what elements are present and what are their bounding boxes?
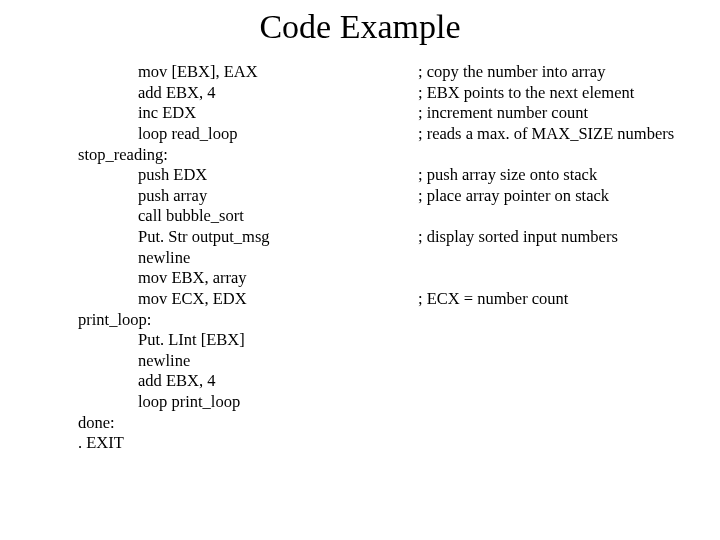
code-comment: ; push array size onto stack	[418, 165, 597, 186]
code-line: inc EDX; increment number count	[78, 103, 674, 124]
slide: Code Example mov [EBX], EAX; copy the nu…	[0, 0, 720, 540]
code-comment: ; EBX points to the next element	[418, 83, 634, 104]
code-line: mov EBX, array	[78, 268, 674, 289]
code-instruction: push array	[78, 186, 418, 207]
code-line: call bubble_sort	[78, 206, 674, 227]
code-line: print_loop:	[78, 310, 674, 331]
code-line: done:	[78, 413, 674, 434]
code-line: loop read_loop; reads a max. of MAX_SIZE…	[78, 124, 674, 145]
code-instruction: inc EDX	[78, 103, 418, 124]
code-instruction: push EDX	[78, 165, 418, 186]
code-comment: ; increment number count	[418, 103, 588, 124]
code-comment: ; ECX = number count	[418, 289, 568, 310]
code-instruction: mov ECX, EDX	[78, 289, 418, 310]
code-line: mov ECX, EDX; ECX = number count	[78, 289, 674, 310]
code-instruction: loop print_loop	[78, 392, 418, 413]
code-line: push EDX; push array size onto stack	[78, 165, 674, 186]
code-instruction: mov [EBX], EAX	[78, 62, 418, 83]
code-line: mov [EBX], EAX; copy the number into arr…	[78, 62, 674, 83]
code-comment: ; copy the number into array	[418, 62, 605, 83]
code-line: Put. Str output_msg; display sorted inpu…	[78, 227, 674, 248]
code-instruction: loop read_loop	[78, 124, 418, 145]
code-instruction: Put. Str output_msg	[78, 227, 418, 248]
code-instruction: call bubble_sort	[78, 206, 418, 227]
code-block: mov [EBX], EAX; copy the number into arr…	[78, 62, 674, 454]
code-instruction: print_loop:	[78, 310, 358, 331]
code-comment: ; display sorted input numbers	[418, 227, 618, 248]
code-line: newline	[78, 351, 674, 372]
code-line: stop_reading:	[78, 145, 674, 166]
code-line: push array; place array pointer on stack	[78, 186, 674, 207]
code-line: loop print_loop	[78, 392, 674, 413]
code-instruction: add EBX, 4	[78, 371, 418, 392]
code-instruction: Put. LInt [EBX]	[78, 330, 418, 351]
code-line: add EBX, 4	[78, 371, 674, 392]
code-line: Put. LInt [EBX]	[78, 330, 674, 351]
code-instruction: . EXIT	[78, 433, 358, 454]
code-line: newline	[78, 248, 674, 269]
code-comment: ; reads a max. of MAX_SIZE numbers	[418, 124, 674, 145]
code-comment: ; place array pointer on stack	[418, 186, 609, 207]
code-instruction: newline	[78, 351, 418, 372]
code-line: add EBX, 4; EBX points to the next eleme…	[78, 83, 674, 104]
slide-title: Code Example	[0, 8, 720, 46]
code-instruction: mov EBX, array	[78, 268, 418, 289]
code-instruction: done:	[78, 413, 358, 434]
code-line: . EXIT	[78, 433, 674, 454]
code-instruction: add EBX, 4	[78, 83, 418, 104]
code-instruction: stop_reading:	[78, 145, 358, 166]
code-instruction: newline	[78, 248, 418, 269]
